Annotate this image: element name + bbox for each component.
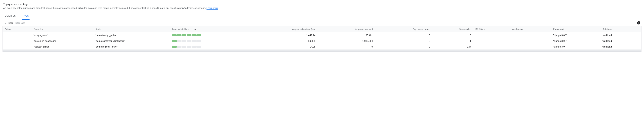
cell-avg-exec: 14.05	[252, 44, 318, 50]
col-application[interactable]: Application	[510, 26, 551, 32]
cell-controller: 'customer_dashboard'	[31, 38, 93, 44]
cell-avg-scanned: 1,030,094	[318, 38, 375, 44]
cell-application	[510, 32, 551, 38]
help-icon[interactable]: ?	[637, 21, 640, 24]
table-row[interactable]: 'customer_dashboard' 'demo/customer_dash…	[3, 38, 641, 44]
cell-framework: 'django:3.0.7'	[551, 38, 600, 44]
description-text: An overview of the queries and tags that…	[3, 7, 206, 9]
filter-input[interactable]	[15, 22, 637, 24]
cell-route: 'demo/assign_order'	[93, 32, 170, 38]
cell-avg-exec: 1,449.14	[252, 32, 318, 38]
col-database[interactable]: Database	[600, 26, 641, 32]
tab-queries[interactable]: QUERIES	[4, 12, 16, 20]
cell-action	[3, 44, 31, 50]
cell-db-driver	[473, 44, 510, 50]
cell-action	[3, 32, 31, 38]
cell-avg-exec: 3,085.8	[252, 38, 318, 44]
horizontal-scrollbar[interactable]	[2, 50, 642, 52]
col-load-label: Load by total time	[172, 28, 189, 30]
cell-avg-scanned: 95,401	[318, 32, 375, 38]
cell-controller: 'assign_order'	[31, 32, 93, 38]
cell-application	[510, 44, 551, 50]
cell-framework: 'django:3.0.7'	[551, 32, 600, 38]
cell-times-called: 10	[432, 32, 473, 38]
col-db-driver[interactable]: DB Driver	[473, 26, 510, 32]
cell-controller: 'register_driver'	[31, 44, 93, 50]
table-body: 'assign_order' 'demo/assign_order' 1,449…	[3, 32, 641, 50]
filter-bar: Filter ?	[2, 20, 642, 26]
cell-times-called: 157	[432, 44, 473, 50]
col-avg-exec[interactable]: Avg execution time (ms)	[252, 26, 318, 32]
cell-avg-returned: 0	[375, 32, 432, 38]
cell-route: 'demo/register_driver'	[93, 44, 170, 50]
table-row[interactable]: 'register_driver' 'demo/register_driver'…	[3, 44, 641, 50]
col-times-called[interactable]: Times called	[432, 26, 473, 32]
sort-caret-icon	[190, 28, 192, 30]
cell-times-called: 1	[432, 38, 473, 44]
table-row[interactable]: 'assign_order' 'demo/assign_order' 1,449…	[3, 32, 641, 38]
tags-table: Action Controller Route Load by total ti…	[3, 26, 641, 50]
col-controller[interactable]: Controller	[31, 26, 93, 32]
cell-action	[3, 38, 31, 44]
cell-avg-returned: 0	[375, 44, 432, 50]
cell-database: workload	[600, 32, 641, 38]
col-route[interactable]: Route	[93, 26, 170, 32]
load-bar	[172, 34, 201, 36]
col-avg-returned[interactable]: Avg rows returned	[375, 26, 432, 32]
cell-avg-scanned: 0	[318, 44, 375, 50]
cell-application	[510, 38, 551, 44]
cell-load	[170, 38, 252, 44]
learn-more-link[interactable]: Learn more	[206, 7, 218, 10]
col-load[interactable]: Load by total time	[170, 26, 252, 32]
cell-db-driver	[473, 32, 510, 38]
arrow-down-icon	[194, 28, 196, 30]
cell-database: workload	[600, 44, 641, 50]
col-action[interactable]: Action	[3, 26, 31, 32]
tab-tags[interactable]: TAGS	[22, 12, 30, 20]
load-bar	[172, 40, 201, 42]
table-container: Action Controller Route Load by total ti…	[2, 26, 642, 50]
tab-bar: QUERIES TAGS	[2, 12, 642, 20]
cell-database: workload	[600, 38, 641, 44]
load-bar	[172, 46, 201, 48]
col-avg-scanned[interactable]: Avg rows scanned	[318, 26, 375, 32]
cell-load	[170, 32, 252, 38]
page-title: Top queries and tags	[3, 2, 641, 6]
cell-db-driver	[473, 38, 510, 44]
col-framework[interactable]: Framework	[551, 26, 600, 32]
cell-framework: 'django:3.0.7'	[551, 44, 600, 50]
filter-label: Filter	[8, 22, 13, 24]
cell-avg-returned: 0	[375, 38, 432, 44]
filter-icon	[4, 21, 7, 24]
table-header-row: Action Controller Route Load by total ti…	[3, 26, 641, 32]
cell-route: 'demo/customer_dashboard'	[93, 38, 170, 44]
section-header: Top queries and tags An overview of the …	[2, 2, 642, 11]
cell-load	[170, 44, 252, 50]
page-description: An overview of the queries and tags that…	[3, 7, 641, 9]
